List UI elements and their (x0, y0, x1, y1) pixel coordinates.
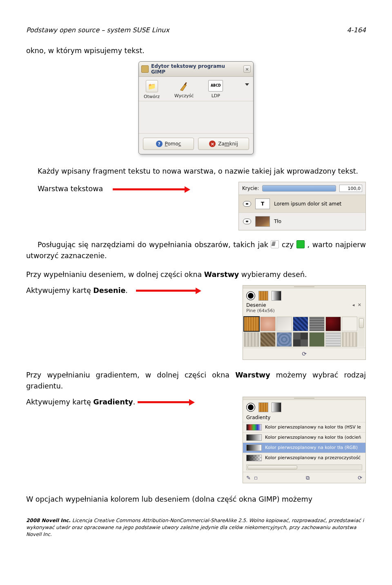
red-arrow (138, 400, 195, 404)
chevron-down-icon[interactable] (245, 83, 249, 86)
gradient-row[interactable]: Kolor pierwszoplanowy na kolor tła (odci… (243, 432, 365, 442)
gradient-row[interactable]: Kolor pierwszoplanowy na kolor tła (HSV … (243, 422, 365, 432)
paragraph-fill-tools: Posługując się narzędziami do wypełniani… (26, 239, 366, 261)
visibility-eye-icon[interactable] (243, 201, 251, 207)
visibility-eye-icon[interactable] (243, 219, 251, 224)
active-pattern-swatch[interactable] (258, 402, 268, 412)
gradient-swatch (246, 455, 262, 461)
close-circle-icon: × (209, 141, 216, 147)
footer-license-text: Licencja Creative Commons Attribution-No… (26, 518, 364, 537)
opacity-spinbox[interactable]: 100,0 (339, 185, 362, 192)
fg-bg-swatch-icon[interactable] (246, 403, 255, 412)
act-grad-c: . (133, 398, 136, 406)
help-button[interactable]: ? Pomoc (143, 138, 194, 150)
broom-icon (178, 80, 190, 92)
close-icon[interactable]: × (243, 65, 251, 73)
ldp-button[interactable]: ABCD LDP (208, 80, 223, 99)
layer-row-background[interactable]: Tło (239, 212, 365, 230)
layer-name-bg: Tło (274, 219, 281, 224)
folder-icon: 📁 (146, 80, 158, 92)
pattern-cell[interactable] (276, 332, 292, 347)
act-desenie-c: . (125, 286, 128, 295)
pattern-cell[interactable] (260, 317, 276, 331)
scrollbar-thumb[interactable] (359, 318, 364, 328)
clear-button[interactable]: Wyczyść (174, 80, 194, 99)
header-page-number: 4-164 (347, 26, 366, 34)
license-footer: 2008 Novell Inc. Licencja Creative Commo… (26, 517, 366, 538)
pattern-cell[interactable] (293, 317, 308, 331)
panel-grip-icon[interactable] (294, 286, 314, 287)
pattern-cell[interactable] (309, 332, 325, 347)
paragraph-new-layer: Każdy wpisany fragment tekstu to nowa wa… (26, 166, 366, 177)
pattern-cell[interactable] (309, 317, 325, 331)
pattern-fill-pre: Przy wypełnianiu deseniem, w dolnej częś… (26, 270, 204, 279)
gradient-name: Kolor pierwszoplanowy na kolor tła (HSV … (265, 424, 361, 430)
new-icon[interactable]: ▫ (254, 475, 258, 481)
footer-owner: 2008 Novell Inc. (26, 518, 71, 523)
paragraph-pattern-fill: Przy wypełnianiu deseniem, w dolnej częś… (26, 269, 366, 280)
patterns-tab-label: Desenie (246, 302, 266, 308)
close-button[interactable]: × Zamknij (198, 138, 249, 150)
open-label: Otwórz (144, 94, 160, 99)
term-warstwy: Warstwy (204, 270, 239, 279)
refresh-icon[interactable]: ⟳ (358, 475, 362, 481)
text-editor-area[interactable] (139, 101, 253, 133)
window-icon (141, 65, 149, 73)
window-title: Edytor tekstowy programu GIMP (151, 63, 241, 75)
pattern-cell[interactable] (276, 317, 292, 331)
red-arrow (113, 187, 190, 191)
gimp-text-editor-window: Edytor tekstowy programu GIMP × 📁 Otwórz… (138, 61, 254, 154)
gradients-panel: Gradienty Kolor pierwszoplanowy na kolor… (243, 397, 366, 483)
pattern-fill-tail: wybieramy deseń. (239, 270, 307, 279)
edit-icon[interactable]: ✎ (246, 475, 251, 481)
fg-bg-swatch-icon[interactable] (246, 291, 255, 300)
grad-fill-pre: Przy wypełnianiu gradientem, w dolnej cz… (26, 371, 235, 379)
fill-tools-pre: Posługując się narzędziami do wypełniani… (38, 241, 271, 249)
gradient-row[interactable]: Kolor pierwszoplanowy na przezroczystość (243, 453, 365, 463)
layers-opacity-panel: Krycie: 100,0 T Lorem ipsum dolor sit am… (238, 182, 366, 230)
pattern-cell[interactable] (244, 332, 259, 347)
opacity-value: 100,0 (348, 186, 361, 191)
pattern-name-label: Pine (64x56) (243, 308, 365, 316)
abcd-icon: ABCD (208, 80, 223, 92)
active-gradient-swatch[interactable] (272, 402, 281, 412)
text-layer-label: Warstwa tekstowa (38, 183, 103, 194)
abcd-top: ABCD (211, 84, 221, 88)
paragraph-gradient-fill: Przy wypełnianiu gradientem, w dolnej cz… (26, 370, 366, 392)
panel-menu-icon[interactable]: ◂ ✕ (352, 302, 362, 308)
page-header: Podstawy open source – system SUSE Linux… (26, 26, 366, 34)
h-scrollbar-thumb[interactable] (247, 465, 297, 469)
opacity-label: Krycie: (242, 185, 259, 191)
active-gradient-swatch[interactable] (272, 291, 281, 301)
clear-label: Wyczyść (174, 93, 194, 98)
pattern-cell[interactable] (244, 317, 259, 331)
gradient-name: Kolor pierwszoplanowy na kolor tła (RGB) (265, 445, 358, 450)
patterns-panel: Desenie ◂ ✕ Pine (64x56) (243, 285, 366, 360)
red-arrow (136, 288, 201, 292)
gradient-swatch (246, 434, 262, 441)
pattern-cell[interactable] (342, 317, 357, 331)
gradient-row-selected[interactable]: Kolor pierwszoplanowy na kolor tła (RGB) (243, 442, 365, 453)
refresh-icon[interactable]: ⟳ (302, 351, 307, 357)
scrollbar[interactable] (358, 317, 365, 347)
opacity-slider[interactable] (262, 185, 336, 192)
duplicate-icon[interactable]: ⧉ (306, 475, 310, 481)
pattern-cell[interactable] (325, 317, 341, 331)
h-scrollbar[interactable] (246, 464, 362, 470)
pattern-cell[interactable] (342, 332, 357, 347)
gradient-swatch (246, 424, 262, 431)
intro-paragraph: okno, w którym wpisujemy tekst. (26, 45, 366, 56)
titlebar[interactable]: Edytor tekstowy programu GIMP × (139, 62, 253, 77)
term-warstwy-2: Warstwy (235, 371, 270, 379)
layer-row-text[interactable]: T Lorem ipsum dolor sit amet (239, 195, 365, 212)
layer-thumb-bg (255, 216, 270, 227)
pattern-cell[interactable] (325, 332, 341, 347)
active-pattern-swatch[interactable] (258, 291, 268, 301)
gradient-swatch (246, 444, 262, 451)
panel-grip-icon[interactable] (294, 398, 314, 399)
patterns-panel-footer: ⟳ (243, 348, 365, 359)
final-paragraph: W opcjach wypełniania kolorem lub deseni… (26, 494, 366, 505)
pattern-cell[interactable] (293, 332, 308, 347)
open-button[interactable]: 📁 Otwórz (144, 80, 160, 99)
pattern-cell[interactable] (260, 332, 276, 347)
